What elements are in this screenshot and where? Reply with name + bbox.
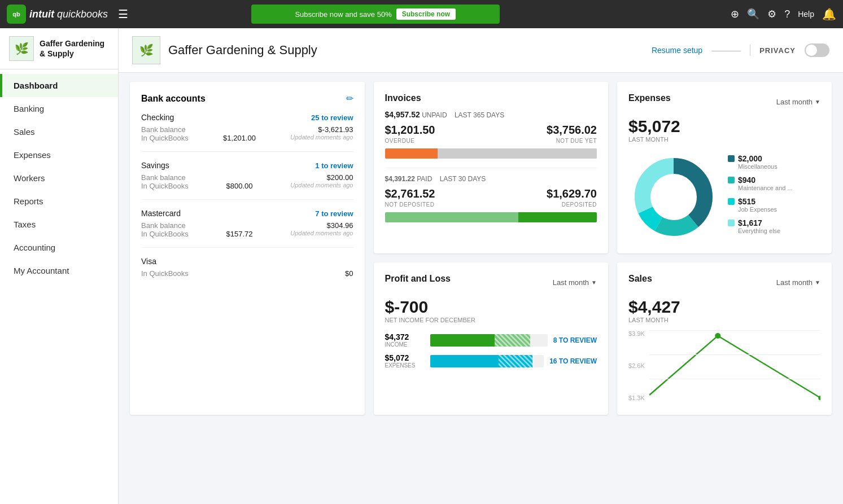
sidebar-item-dashboard[interactable]: Dashboard [0, 74, 118, 97]
income-bar-solid [430, 334, 495, 347]
promo-subscribe-button[interactable]: Subscribe now [396, 8, 456, 20]
dropdown-arrow-icon: ▼ [815, 279, 820, 286]
expenses-period-dropdown[interactable]: Last month ▼ [776, 98, 820, 106]
expenses-content: $2,000 Miscellaneous $940 Maintenance an… [628, 152, 820, 242]
notification-bell-icon[interactable]: 🔔 [822, 7, 836, 21]
resume-setup-link[interactable]: Resume setup [652, 46, 702, 55]
pnl-expenses-row: $5,072 EXPENSES 16 TO REVIEW [385, 353, 597, 369]
sidebar-item-taxes[interactable]: Taxes [0, 213, 118, 236]
help-icon[interactable]: ? [784, 8, 790, 20]
expenses-donut-chart [628, 152, 719, 242]
legend-item-maintenance: $940 Maintenance and ... [728, 176, 820, 191]
sidebar-item-banking[interactable]: Banking [0, 97, 118, 120]
promo-text: Subscribe now and save 50% [295, 10, 391, 19]
not-deposited-bar-fill [385, 212, 519, 222]
bank-account-visa: Visa In QuickBooks $0 [141, 257, 353, 287]
legend-dot-job [728, 198, 735, 205]
edit-bank-icon[interactable]: ✏ [346, 93, 353, 104]
company-header: 🌿 Gaffer Gardening & Supply [0, 28, 118, 69]
profit-loss-sub: NET INCOME FOR DECEMBER [385, 317, 597, 323]
sidebar-item-expenses[interactable]: Expenses [0, 143, 118, 166]
chart-label-high: $3.9K [628, 330, 645, 337]
mastercard-review-link[interactable]: 7 to review [315, 209, 353, 218]
expenses-header: Expenses Last month ▼ [628, 93, 820, 110]
content-header-left: 🌿 Gaffer Gardening & Supply [132, 36, 317, 64]
main-content: 🌿 Gaffer Gardening & Supply Resume setup… [119, 28, 843, 504]
not-deposited-label: NOT DEPOSITED [385, 201, 435, 208]
search-icon[interactable]: 🔍 [747, 8, 759, 20]
income-review-link[interactable]: 8 TO REVIEW [553, 336, 597, 344]
deposited-bar-fill [518, 212, 597, 222]
qb-logo-text: intuit quickbooks [29, 8, 108, 20]
profit-loss-period-dropdown[interactable]: Last month ▼ [553, 278, 597, 287]
checking-review-link[interactable]: 25 to review [311, 113, 353, 122]
sidebar-item-accounting[interactable]: Accounting [0, 236, 118, 259]
sidebar-item-sales[interactable]: Sales [0, 120, 118, 143]
page-title: Gaffer Gardening & Supply [168, 43, 317, 58]
bank-accounts-card: Bank accounts ✏ Checking 25 to review Ba… [130, 82, 365, 415]
invoices-paid-section: $4,391.22 PAID LAST 30 DAYS $2,761.52 NO… [385, 168, 597, 222]
pnl-income-bar [430, 334, 548, 347]
app-layout: 🌿 Gaffer Gardening & Supply Dashboard Ba… [0, 28, 843, 504]
bank-account-savings: Savings 1 to review Bank balance $200.00… [141, 161, 353, 200]
sidebar-item-my-accountant[interactable]: My Accountant [0, 259, 118, 282]
nav-icons: ⊕ 🔍 ⚙ ? Help 🔔 [731, 7, 836, 21]
legend-item-job: $515 Job Expenses [728, 197, 820, 213]
chart-label-mid: $2.6K [628, 362, 645, 369]
deposited-amount: $1,629.70 [547, 187, 597, 200]
profit-loss-header: Profit and Loss Last month ▼ [385, 274, 597, 291]
profit-loss-card: Profit and Loss Last month ▼ $-700 NET I… [374, 262, 609, 415]
overdue-label: OVERDUE [385, 138, 435, 144]
pnl-expenses-bar [430, 355, 544, 367]
dropdown-arrow-icon: ▼ [815, 99, 820, 105]
invoices-overdue-bar [385, 148, 597, 159]
income-bar-hatched [495, 334, 530, 347]
bank-accounts-header: Bank accounts ✏ [141, 93, 353, 104]
sidebar-item-workers[interactable]: Workers [0, 166, 118, 190]
dropdown-arrow-icon: ▼ [591, 279, 597, 286]
privacy-toggle[interactable] [805, 43, 829, 57]
not-due-amount: $3,756.02 [547, 124, 597, 137]
legend-dot-misc [728, 155, 735, 162]
sales-svg [649, 330, 820, 404]
content-company-logo: 🌿 [132, 36, 160, 64]
sales-line-chart [649, 330, 820, 404]
hamburger-menu[interactable]: ☰ [113, 5, 133, 23]
invoices-card: Invoices $4,957.52 UNPAID LAST 365 DAYS … [374, 82, 609, 253]
expenses-review-link[interactable]: 16 TO REVIEW [549, 357, 597, 365]
sales-chart-area: $3.9K $2.6K $1.3K [628, 330, 820, 404]
pnl-income-row: $4,372 INCOME 8 TO REVIEW [385, 332, 597, 348]
content-header: 🌿 Gaffer Gardening & Supply Resume setup… [119, 28, 843, 73]
sales-period-dropdown[interactable]: Last month ▼ [776, 278, 820, 287]
promo-banner: Subscribe now and save 50% Subscribe now [251, 5, 500, 24]
invoices-paid-summary: $4,391.22 PAID LAST 30 DAYS [385, 175, 597, 183]
expenses-title: Expenses [628, 93, 671, 103]
sidebar-item-reports[interactable]: Reports [0, 190, 118, 213]
not-due-bar-fill [438, 148, 597, 159]
legend-dot-else [728, 220, 735, 226]
savings-review-link[interactable]: 1 to review [315, 161, 353, 170]
profit-loss-title: Profit and Loss [385, 274, 451, 284]
help-label[interactable]: Help [798, 10, 814, 19]
setup-progress: ———— [711, 46, 741, 55]
legend-dot-maintenance [728, 177, 735, 183]
expenses-card: Expenses Last month ▼ $5,072 LAST MONTH [617, 82, 832, 253]
invoices-overdue-row: $1,201.50 OVERDUE $3,756.02 NOT DUE YET [385, 124, 597, 144]
top-nav: qb intuit quickbooks ☰ Subscribe now and… [0, 0, 843, 28]
sales-period-label: LAST MONTH [628, 317, 820, 323]
gear-icon[interactable]: ⚙ [767, 8, 776, 20]
not-deposited-amount: $2,761.52 [385, 187, 435, 200]
overdue-amount: $1,201.50 [385, 124, 435, 137]
pnl-expenses-label: EXPENSES [385, 362, 425, 369]
invoices-deposit-row: $2,761.52 NOT DEPOSITED $1,629.70 DEPOSI… [385, 187, 597, 208]
expenses-period-label: LAST MONTH [628, 136, 820, 143]
chart-label-low: $1.3K [628, 395, 645, 401]
donut-svg [628, 152, 719, 242]
sales-card: Sales Last month ▼ $4,427 LAST MONTH $3.… [617, 262, 832, 415]
not-due-label: NOT DUE YET [547, 138, 597, 144]
add-icon[interactable]: ⊕ [731, 8, 739, 20]
qb-logo-icon: qb [7, 5, 26, 24]
invoices-unpaid-summary: $4,957.52 UNPAID LAST 365 DAYS [385, 110, 597, 119]
company-logo: 🌿 [9, 36, 34, 61]
sales-peak-dot [715, 333, 720, 339]
